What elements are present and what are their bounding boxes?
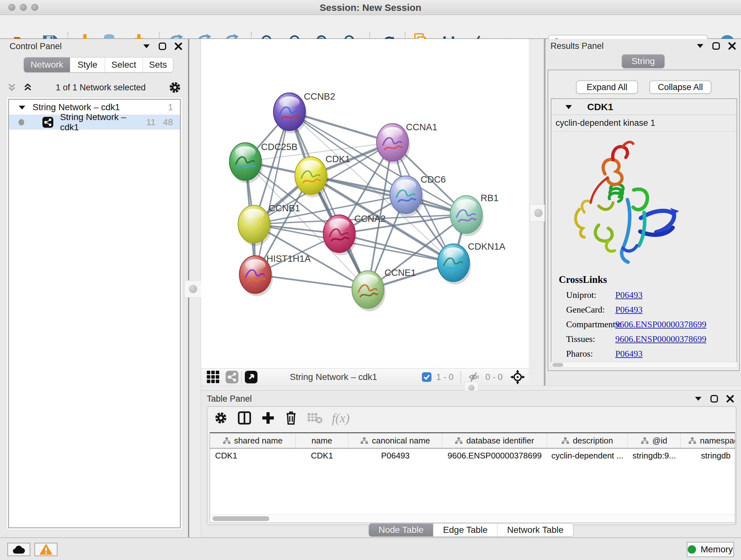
crosslink-link[interactable]: P06493 <box>615 305 643 315</box>
panel-close-icon[interactable] <box>175 43 182 50</box>
hidden-eye-icon[interactable] <box>468 372 481 382</box>
hidden-node-edge-counts: 0 - 0 <box>485 372 502 382</box>
network-node[interactable]: HIST1H1A <box>239 253 311 296</box>
network-row-selected[interactable]: String Network – cdk1 11 48 <box>9 115 180 130</box>
network-node[interactable]: CCNA1 <box>377 122 437 164</box>
warning-icon <box>40 544 52 555</box>
tab-edge-table[interactable]: Edge Table <box>433 523 497 537</box>
table-panel-title: Table Panel <box>207 394 252 404</box>
table-cell[interactable]: CDK1 <box>295 449 348 462</box>
gear-icon[interactable] <box>168 81 182 94</box>
add-column-icon[interactable] <box>261 411 275 425</box>
column-header-shared-name[interactable]: shared name <box>210 433 295 448</box>
table-cell[interactable]: CDK1 <box>210 449 295 462</box>
column-header-namespace[interactable]: namespace <box>681 433 735 448</box>
table-cell[interactable]: stringdb <box>681 449 735 462</box>
title-bar: Session: New Session <box>0 0 741 15</box>
panel-menu-icon[interactable] <box>143 44 150 49</box>
cloud-button[interactable] <box>7 543 30 556</box>
node-label: CCNE1 <box>385 267 416 278</box>
collapse-all-button[interactable]: Collapse All <box>650 80 711 94</box>
memory-button[interactable]: Memory <box>687 542 734 557</box>
control-panel-controls <box>143 43 182 50</box>
results-horizontal-scrollbar[interactable] <box>551 362 737 368</box>
delete-column-icon[interactable] <box>285 411 297 425</box>
node-table[interactable]: shared namenamecanonical namedatabase id… <box>210 432 735 523</box>
table-settings-gear-icon[interactable] <box>214 411 228 425</box>
crosslink-label: GeneCard: <box>566 305 615 315</box>
network-label: String Network – cdk1 <box>60 112 139 132</box>
crosslink-row: Compartments:9606.ENSP00000378699 <box>566 319 737 329</box>
current-network-dot-icon <box>18 119 24 125</box>
tab-select[interactable]: Select <box>105 57 143 72</box>
network-edge[interactable] <box>255 112 289 274</box>
tab-network-table[interactable]: Network Table <box>497 523 573 537</box>
column-header-database-identifier[interactable]: database identifier <box>442 433 547 448</box>
table-row[interactable]: CDK1CDK1P064939606.ENSP00000378699cyclin… <box>210 449 735 462</box>
network-node[interactable]: RB1 <box>450 193 498 236</box>
selected-checkbox-icon[interactable] <box>421 372 432 382</box>
network-canvas[interactable]: CCNB2CCNA1CDC25BCDK1CDC6RB1CCNB1CCNA2CDK… <box>201 39 529 368</box>
network-node[interactable]: CCNA2 <box>323 213 386 255</box>
network-node[interactable]: CCNE1 <box>352 267 416 311</box>
show-columns-icon[interactable] <box>238 411 252 425</box>
table-cell[interactable]: stringdb:9... <box>628 449 681 462</box>
node-label: CCNB2 <box>304 91 335 102</box>
panel-float-icon[interactable] <box>711 395 718 402</box>
table-cell[interactable]: cyclin-dependent ... <box>547 449 628 462</box>
panel-menu-icon[interactable] <box>696 44 704 49</box>
network-node[interactable]: CDC25B <box>229 142 297 183</box>
section-expand-icon[interactable] <box>565 104 572 110</box>
control-panel-title: Control Panel <box>10 42 62 51</box>
collection-label: String Network – cdk1 <box>32 102 120 112</box>
panel-close-icon[interactable] <box>726 395 734 402</box>
table-cell[interactable]: 9606.ENSP00000378699 <box>442 449 547 462</box>
bottombar-separator <box>241 371 242 383</box>
tab-string[interactable]: String <box>622 55 664 68</box>
column-label: shared name <box>234 436 283 446</box>
tab-style[interactable]: Style <box>70 57 105 72</box>
warning-button[interactable] <box>35 543 57 556</box>
results-panel: Results Panel String Expand All Collapse… <box>545 39 741 386</box>
collection-expand-icon[interactable] <box>18 105 25 110</box>
panel-menu-icon[interactable] <box>694 396 702 401</box>
table-cell[interactable]: P06493 <box>348 449 442 462</box>
crosslink-link[interactable]: P06493 <box>615 349 643 359</box>
fit-content-crosshair-icon[interactable] <box>510 370 525 384</box>
expand-all-chevron-icon[interactable] <box>22 82 33 92</box>
table-horizontal-scrollbar[interactable] <box>210 514 735 523</box>
panel-close-icon[interactable] <box>728 42 736 50</box>
left-splitter-handle[interactable] <box>185 280 202 298</box>
network-node[interactable]: CDKN1A <box>437 241 506 285</box>
network-view-icon[interactable] <box>225 370 239 384</box>
column-label: canonical name <box>372 436 430 446</box>
node-label: CDKN1A <box>468 241 506 252</box>
detach-view-icon[interactable] <box>245 370 258 384</box>
right-splitter-handle[interactable] <box>530 204 547 222</box>
node-label: CCNB1 <box>269 203 300 213</box>
collapse-all-chevron-icon[interactable] <box>6 82 17 92</box>
crosslinks-section: CrossLinks Uniprot:P06493GeneCard:P06493… <box>551 274 737 359</box>
crosslink-row: Pharos:P06493 <box>566 349 737 359</box>
network-node[interactable]: CCNB2 <box>273 91 335 133</box>
crosslink-link[interactable]: 9606.ENSP00000378699 <box>615 319 706 329</box>
column-header-description[interactable]: description <box>547 433 628 448</box>
network-node[interactable]: CDK1 <box>295 154 350 197</box>
crosslink-link[interactable]: 9606.ENSP00000378699 <box>615 334 706 344</box>
network-node[interactable]: CCNB1 <box>238 203 300 246</box>
crosslink-link[interactable]: P06493 <box>615 290 643 300</box>
panel-float-icon[interactable] <box>712 42 720 50</box>
panel-float-icon[interactable] <box>158 43 166 50</box>
tab-sets[interactable]: Sets <box>143 57 173 72</box>
tab-network[interactable]: Network <box>24 57 70 72</box>
column-header-canonical-name[interactable]: canonical name <box>348 433 442 448</box>
main-toolbar: ? <box>0 15 741 39</box>
network-node[interactable]: CDC6 <box>390 174 446 216</box>
column-header-name[interactable]: name <box>295 433 348 448</box>
expand-all-button[interactable]: Expand All <box>576 80 638 94</box>
protein-structure-image <box>560 136 688 270</box>
grid-view-icon[interactable] <box>206 370 220 384</box>
tab-node-table[interactable]: Node Table <box>369 523 433 537</box>
column-header--id[interactable]: @id <box>628 433 681 448</box>
control-panel-tabs: NetworkStyleSelectSets <box>23 57 173 72</box>
